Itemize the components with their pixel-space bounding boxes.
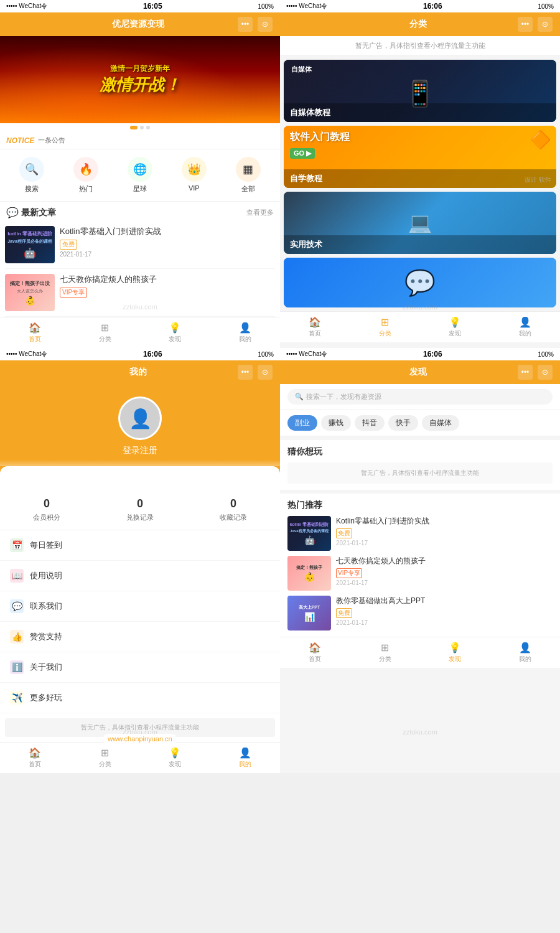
cat-menu-icon[interactable]: ••• [518, 17, 533, 32]
cat-card-tech[interactable]: 💻 实用技术 [284, 192, 556, 254]
search-icon: 🔍 [19, 157, 44, 182]
cat-card-software[interactable]: 软件入门教程 GO ▶ 🔶 设计 软件 自学教程 [284, 126, 556, 188]
menu-all[interactable]: ▦ 全部 [236, 157, 261, 194]
mine-menu-icon[interactable]: ••• [238, 365, 253, 380]
tab-cat-home[interactable]: 🏠 首页 [280, 312, 350, 342]
mine-menu-list: 📅 每日签到 📖 使用说明 💬 联系我们 👍 赞赏支持 ℹ️ 关于我们 ✈️ [0, 530, 280, 713]
hot-item-3[interactable]: 高大上PPT 📊 教你零基础做出高大上PPT 免费 2021-01-17 [287, 596, 553, 631]
hot-list: kotlin 零基础到进阶 Java程序员必备的课程 🤖 Kotlin零基础入门… [287, 516, 553, 631]
menu-about[interactable]: ℹ️ 关于我们 [0, 652, 280, 683]
menu-search[interactable]: 🔍 搜索 [19, 157, 44, 194]
hot-title-3: 教你零基础做出高大上PPT [336, 596, 553, 606]
discover-search-input[interactable]: 🔍 搜索一下，发现有趣资源 [287, 389, 553, 405]
tag-douyin[interactable]: 抖音 [355, 415, 385, 431]
menu-donate[interactable]: 👍 赞赏支持 [0, 622, 280, 652]
tag-kuaishou[interactable]: 快手 [388, 415, 418, 431]
menu-hot[interactable]: 🔥 热门 [73, 157, 98, 194]
mine-scan-icon[interactable]: ⊙ [258, 365, 273, 380]
hot-item-1[interactable]: kotlin 零基础到进阶 Java程序员必备的课程 🤖 Kotlin零基础入门… [287, 516, 553, 551]
menu-checkin[interactable]: 📅 每日签到 [0, 530, 280, 561]
nav-scan-icon[interactable]: ⊙ [258, 17, 273, 32]
articles-more[interactable]: 查看更多 [246, 208, 274, 217]
menu-donate-label: 赞赏支持 [30, 631, 62, 642]
cat-card-social[interactable]: 💬 [284, 258, 556, 307]
stat-exchange-num: 0 [137, 497, 143, 510]
menu-all-label: 全部 [241, 184, 255, 194]
tag-earn[interactable]: 赚钱 [321, 415, 351, 431]
status-bar-home: ••••• WeChat令 16:05 100% [0, 0, 280, 12]
article-title-1: Kotlin零基础入门到进阶实战 [60, 226, 275, 237]
battery-mine: 100% [258, 351, 274, 358]
stat-exchange: 0 兑换记录 [126, 497, 154, 522]
menu-guide[interactable]: 📖 使用说明 [0, 561, 280, 591]
nav-icons-discover: ••• ⊙ [518, 365, 553, 380]
tab-mine-mine[interactable]: 👤 我的 [210, 743, 281, 773]
tab-home-home[interactable]: 🏠 首页 [0, 317, 70, 348]
donate-icon: 👍 [10, 630, 24, 644]
discover-screen: ••••• WeChat令 16:06 100% 发现 ••• ⊙ 🔍 搜索一下… [280, 348, 560, 773]
hot-perm-1: 免费 [336, 528, 352, 538]
hot-date-1: 2021-01-17 [336, 540, 553, 546]
hot-item-2[interactable]: 搞定！熊孩子 👶 七天教你搞定烦人的熊孩子 VIP专享 2021-01-17 [287, 556, 553, 591]
avatar[interactable]: 👤 [118, 396, 162, 440]
article-item-1[interactable]: kotlin 零基础到进阶 Java程序员必备的课程 🤖 Kotlin零基础入门… [5, 221, 275, 269]
nav-menu-icon[interactable]: ••• [238, 17, 253, 32]
signal-home: ••••• WeChat令 [6, 2, 47, 11]
discover-tab-bar: 🏠 首页 ⊞ 分类 💡 发现 👤 我的 [280, 637, 560, 668]
cat-scan-icon[interactable]: ⊙ [538, 17, 553, 32]
tab-category-label: 分类 [99, 335, 111, 344]
stat-exchange-label: 兑换记录 [126, 513, 154, 522]
nav-icons-mine: ••• ⊙ [238, 365, 273, 380]
menu-vip[interactable]: 👑 VIP [182, 157, 207, 194]
tab-cat-category[interactable]: ⊞ 分类 [350, 312, 421, 342]
tab-home-mine[interactable]: 👤 我的 [210, 317, 281, 348]
tab-cat-mine[interactable]: 👤 我的 [490, 312, 561, 342]
tab-cat-discover[interactable]: 💡 发现 [420, 312, 490, 342]
stat-favorites-num: 0 [230, 497, 236, 510]
discover-scan-icon[interactable]: ⊙ [538, 365, 553, 380]
status-bar-discover: ••••• WeChat令 16:06 100% [280, 348, 560, 360]
menu-more[interactable]: ✈️ 更多好玩 [0, 683, 280, 713]
discover-search-bar: 🔍 搜索一下，发现有趣资源 [280, 384, 560, 410]
discover-menu-icon[interactable]: ••• [518, 365, 533, 380]
article-item-2[interactable]: 搞定！熊孩子出没 大人该怎么办 👶 七天教你搞定烦人的熊孩子 VIP专享 [5, 269, 275, 317]
social-icon: 💬 [404, 268, 436, 298]
tab-discover-category[interactable]: ⊞ 分类 [350, 637, 421, 668]
hot-section: 热门推荐 kotlin 零基础到进阶 Java程序员必备的课程 🤖 Kotlin… [280, 494, 560, 637]
menu-star-label: 星球 [133, 184, 147, 194]
tab-mine-category[interactable]: ⊞ 分类 [70, 743, 141, 773]
tab-mine-discover[interactable]: 💡 发现 [140, 743, 210, 773]
menu-more-label: 更多好玩 [30, 692, 62, 703]
tab-home-category[interactable]: ⊞ 分类 [70, 317, 141, 348]
tab-discover-mine[interactable]: 👤 我的 [490, 637, 561, 668]
nav-bar-cat: 分类 ••• ⊙ [280, 12, 560, 36]
hot-date-3: 2021-01-17 [336, 619, 553, 626]
home-tab-bar: 🏠 首页 ⊞ 分类 💡 发现 👤 我的 [0, 317, 280, 348]
category-grid: 自媒体 自媒体 📱 自媒体教程 软件入门教程 GO ▶ 🔶 设计 软件 自学教程 [280, 56, 560, 311]
tab-mine-home[interactable]: 🏠 首页 [0, 743, 70, 773]
nav-bar-discover: 发现 ••• ⊙ [280, 360, 560, 384]
tag-selfmedia[interactable]: 自媒体 [422, 415, 459, 431]
login-text[interactable]: 登录注册 [123, 445, 157, 456]
mine-tab-bar: www.chanpinyuan.cn 🏠 首页 ⊞ 分类 💡 发现 👤 我的 [0, 742, 280, 773]
mine-screen: ••••• WeChat令 16:06 100% 我的 ••• ⊙ 👤 登录注册… [0, 348, 280, 773]
menu-star[interactable]: 🌐 星球 [128, 157, 152, 194]
tab-discover-label: 发现 [169, 335, 181, 344]
menu-contact[interactable]: 💬 联系我们 [0, 591, 280, 622]
tab-mine-label: 我的 [239, 335, 251, 344]
mine-header: 👤 登录注册 [0, 384, 280, 479]
hot-title-1: Kotlin零基础入门到进阶实战 [336, 516, 553, 527]
hot-info-2: 七天教你搞定烦人的熊孩子 VIP专享 2021-01-17 [336, 556, 553, 586]
status-bar-mine: ••••• WeChat令 16:06 100% [0, 348, 280, 360]
time-home: 16:05 [143, 2, 162, 11]
about-icon: ℹ️ [10, 660, 24, 674]
cat-card-selfmedia[interactable]: 自媒体 自媒体 📱 自媒体教程 [284, 60, 556, 122]
signal-discover: ••••• WeChat令 [286, 350, 327, 359]
tab-discover-discover[interactable]: 💡 发现 [420, 637, 490, 668]
vip-icon: 👑 [182, 157, 207, 182]
search-placeholder: 搜索一下，发现有趣资源 [306, 392, 381, 401]
tab-home-discover[interactable]: 💡 发现 [140, 317, 210, 348]
tag-sidework[interactable]: 副业 [287, 415, 317, 431]
contact-icon: 💬 [10, 599, 24, 613]
tab-discover-home[interactable]: 🏠 首页 [280, 637, 350, 668]
